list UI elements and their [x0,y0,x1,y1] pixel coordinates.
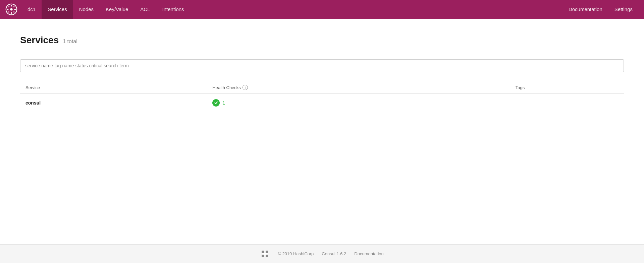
table-row[interactable]: consul 1 [20,94,624,112]
svg-point-6 [13,6,15,7]
svg-point-7 [8,11,9,13]
footer-documentation-link[interactable]: Documentation [354,251,383,256]
health-passing-icon [212,99,220,107]
col-health-checks: Health Checks i [212,81,516,94]
navbar-item-acl[interactable]: ACL [134,0,156,19]
navbar-item-intentions[interactable]: Intentions [156,0,190,19]
consul-logo-icon [5,3,17,15]
services-table: Service Health Checks i Tags consul [20,81,624,112]
service-name: consul [20,94,212,112]
navbar-item-services[interactable]: Services [42,0,73,19]
navbar-logo [5,3,17,15]
navbar-dc[interactable]: dc1 [21,0,42,19]
navbar-documentation-link[interactable]: Documentation [562,0,608,19]
main-content: Services 1 total Service Health Checks i… [0,19,644,244]
health-checks-info-icon[interactable]: i [243,85,248,90]
svg-point-2 [11,12,12,14]
navbar-item-keyvalue[interactable]: Key/Value [100,0,134,19]
navbar-item-nodes[interactable]: Nodes [73,0,100,19]
table-body: consul 1 [20,94,624,112]
svg-point-8 [13,11,15,13]
svg-rect-12 [262,253,268,255]
footer-version: Consul 1.6.2 [322,251,346,256]
hashicorp-logo-icon [260,249,270,259]
footer-copyright: © 2019 HashiCorp [278,251,314,256]
health-status: 1 [212,99,510,107]
navbar-nav: dc1 Services Nodes Key/Value ACL Intenti… [21,0,562,19]
svg-point-1 [11,5,12,7]
table-header-row: Service Health Checks i Tags [20,81,624,94]
navbar-settings-link[interactable]: Settings [608,0,639,19]
navbar: dc1 Services Nodes Key/Value ACL Intenti… [0,0,644,19]
page-header: Services 1 total [20,35,624,51]
search-container [20,59,624,72]
footer-logo [260,249,270,259]
svg-point-3 [7,9,9,10]
service-tags [516,94,624,112]
footer: © 2019 HashiCorp Consul 1.6.2 Documentat… [0,244,644,263]
page-title: Services [20,35,59,46]
col-service: Service [20,81,212,94]
col-health-checks-label: Health Checks [212,85,241,90]
health-check-count: 1 [222,100,225,106]
svg-point-9 [10,8,12,10]
col-tags: Tags [516,81,624,94]
svg-point-4 [14,9,16,10]
page-count: 1 total [63,39,77,45]
svg-point-5 [8,6,9,7]
navbar-right: Documentation Settings [562,0,639,19]
search-input[interactable] [20,59,624,72]
table-header: Service Health Checks i Tags [20,81,624,94]
service-health: 1 [212,94,516,112]
